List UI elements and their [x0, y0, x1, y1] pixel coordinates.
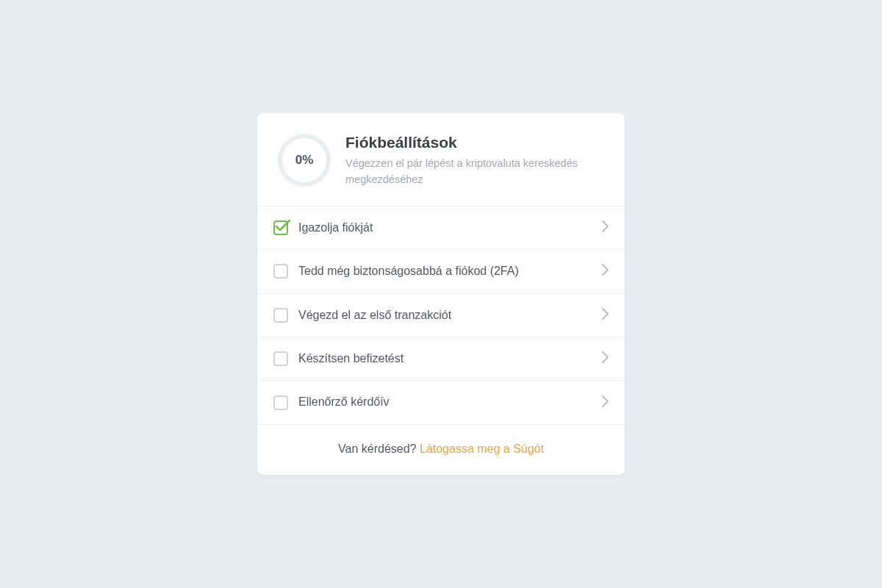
task-label: Végezd el az első tranzakciót [298, 307, 592, 323]
chevron-right-icon [602, 264, 609, 279]
progress-ring: 0% [278, 134, 331, 187]
task-label: Tedd még biztonságosabbá a fiókod (2FA) [298, 263, 592, 279]
checkbox-icon [273, 351, 288, 366]
card-header: 0% Fiókbeállítások Végezzen el pár lépés… [257, 113, 625, 206]
checkbox-icon [273, 395, 288, 410]
task-label: Készítsen befizetést [298, 351, 592, 367]
chevron-right-icon [602, 220, 609, 235]
card-title: Fiókbeállítások [345, 134, 604, 151]
task-label: Ellenőrző kérdőív [298, 394, 592, 410]
card-footer: Van kérdésed? Látogassa meg a Súgót [257, 425, 625, 475]
task-verify-account[interactable]: Igazolja fiókját [257, 207, 625, 250]
chevron-right-icon [602, 308, 609, 323]
checkbox-icon [273, 308, 288, 323]
card-subtitle: Végezzen el pár lépést a kriptovaluta ke… [345, 156, 604, 188]
task-questionnaire[interactable]: Ellenőrző kérdőív [257, 381, 625, 424]
task-2fa[interactable]: Tedd még biztonságosabbá a fiókod (2FA) [257, 250, 625, 293]
checkbox-icon [273, 264, 288, 279]
task-label: Igazolja fiókját [298, 220, 592, 236]
task-list: Igazolja fiókját Tedd még biztonságosabb… [257, 206, 625, 425]
chevron-right-icon [602, 395, 609, 410]
header-text: Fiókbeállítások Végezzen el pár lépést a… [345, 134, 604, 188]
task-first-transaction[interactable]: Végezd el az első tranzakciót [257, 294, 625, 337]
checkbox-icon [273, 220, 288, 235]
account-setup-card: 0% Fiókbeállítások Végezzen el pár lépés… [257, 113, 625, 474]
footer-question: Van kérdésed? [338, 442, 416, 455]
chevron-right-icon [602, 351, 609, 366]
task-deposit[interactable]: Készítsen befizetést [257, 337, 625, 381]
help-link[interactable]: Látogassa meg a Súgót [420, 442, 544, 455]
progress-percent: 0% [295, 153, 314, 168]
